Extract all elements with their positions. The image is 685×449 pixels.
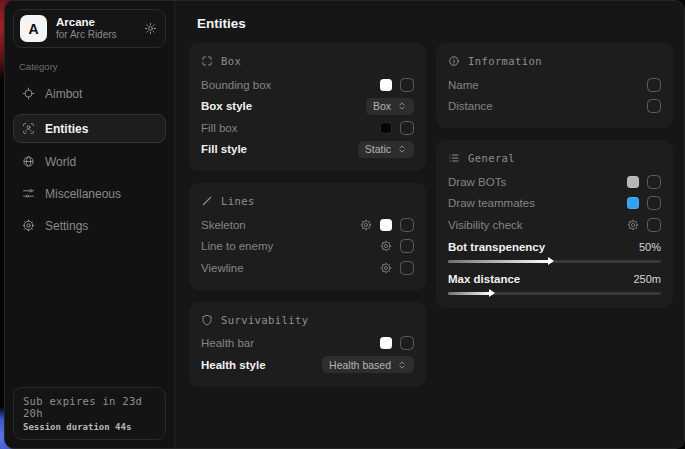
setting-row-distance: Distance [448,96,661,118]
draw-teammates-checkbox[interactable] [647,196,661,210]
setting-label: Health style [201,359,266,371]
setting-label: Bounding box [201,79,271,91]
brand-subtitle: for Arc Riders [56,29,135,41]
sidebar-item-entities[interactable]: Entities [13,114,166,143]
brand-title: Arcane [56,16,135,29]
visibility-check-checkbox[interactable] [647,218,661,232]
brand-logo: A [20,15,47,42]
frame-brackets-icon [201,55,213,67]
info-icon [448,55,460,67]
section-title: Survivability [221,314,308,326]
setting-label: Draw teammates [448,197,535,209]
bounding-box-checkbox[interactable] [400,78,414,92]
sidebar-item-settings[interactable]: Settings [13,211,166,240]
color-swatch[interactable] [627,197,639,209]
crosshair-icon [22,87,35,100]
gear-icon [22,219,35,232]
slider-label: Bot transpenency [448,241,545,253]
dropdown-value: Box [373,100,391,112]
color-swatch[interactable] [380,219,392,231]
viewline-checkbox[interactable] [400,261,414,275]
sub-expiry-text: Sub expires in 23d 20h [23,395,156,419]
setting-label: Draw BOTs [448,176,506,188]
survivability-section: Survivability Health bar Health style [189,302,426,387]
setting-label: Name [448,79,479,91]
slider-fill [448,292,491,295]
setting-label: Visibility check [448,219,523,231]
entities-icon [22,122,35,135]
sidebar-item-aimbot[interactable]: Aimbot [13,79,166,108]
category-label: Category [19,61,160,72]
setting-label: Distance [448,100,493,112]
sidebar-item-label: Entities [45,122,157,136]
globe-icon [22,155,35,168]
dropdown-value: Health based [329,359,391,371]
chevrons-up-down-icon [397,101,407,111]
chevrons-up-down-icon [397,360,407,370]
distance-checkbox[interactable] [647,99,661,113]
section-title: Information [468,55,542,67]
skeleton-checkbox[interactable] [400,218,414,232]
lines-section: Lines Skeleton [189,183,426,290]
diagonal-line-icon [201,195,213,207]
setting-row-line-to-enemy: Line to enemy [201,236,414,258]
setting-row-fill-box: Fill box [201,117,414,139]
draw-bots-checkbox[interactable] [647,175,661,189]
row-settings-gear-icon[interactable] [380,262,392,274]
setting-row-health-bar: Health bar [201,333,414,355]
dropdown-value: Static [365,143,391,155]
slider-value: 250m [633,273,661,285]
sidebar: A Arcane for Arc Riders Category Aimbot [5,1,175,448]
box-style-dropdown[interactable]: Box [366,98,414,115]
shield-icon [201,314,213,326]
row-settings-gear-icon[interactable] [360,219,372,231]
screen: A Arcane for Arc Riders Category Aimbot [0,0,685,449]
max-distance-slider[interactable] [448,292,661,295]
list-grid-icon [448,152,460,164]
left-column: Box Bounding box Box style [189,43,426,387]
health-bar-checkbox[interactable] [400,336,414,350]
setting-label: Box style [201,100,252,112]
sidebar-item-label: World [45,155,157,169]
right-column: Information Name Distance [436,43,673,308]
brand-settings-gear-icon[interactable] [144,22,157,35]
section-title: General [468,152,515,164]
color-swatch[interactable] [380,122,392,134]
setting-row-viewline: Viewline [201,257,414,279]
general-section: General Draw BOTs Draw teammates [436,140,673,308]
fill-box-checkbox[interactable] [400,121,414,135]
information-section-header: Information [448,55,661,67]
bot-transparency-slider[interactable] [448,260,661,263]
content-columns: Box Bounding box Box style [189,43,673,387]
brand-card: A Arcane for Arc Riders [13,9,166,48]
sidebar-item-world[interactable]: World [13,147,166,176]
setting-row-bounding-box: Bounding box [201,74,414,96]
line-to-enemy-checkbox[interactable] [400,239,414,253]
setting-row-draw-bots: Draw BOTs [448,171,661,193]
health-style-dropdown[interactable]: Health based [322,356,414,373]
sliders-icon [22,187,35,200]
bot-transparency-slider-group: Bot transpenency 50% [448,238,661,263]
fill-style-dropdown[interactable]: Static [358,141,414,158]
setting-row-draw-teammates: Draw teammates [448,193,661,215]
row-settings-gear-icon[interactable] [380,240,392,252]
slider-fill [448,260,550,263]
sidebar-item-miscellaneous[interactable]: Miscellaneous [13,179,166,208]
setting-row-skeleton: Skeleton [201,214,414,236]
sidebar-item-label: Miscellaneous [45,187,157,201]
row-settings-gear-icon[interactable] [627,219,639,231]
name-checkbox[interactable] [647,78,661,92]
color-swatch[interactable] [627,176,639,188]
setting-row-name: Name [448,74,661,96]
slider-label: Max distance [448,273,520,285]
sidebar-item-label: Aimbot [45,87,157,101]
sidebar-item-label: Settings [45,219,157,233]
color-swatch[interactable] [380,337,392,349]
box-section-header: Box [201,55,414,67]
setting-label: Fill box [201,122,237,134]
setting-row-box-style: Box style Box [201,96,414,118]
color-swatch[interactable] [380,79,392,91]
max-distance-slider-group: Max distance 250m [448,270,661,295]
setting-row-visibility-check: Visibility check [448,214,661,236]
lines-section-header: Lines [201,195,414,207]
